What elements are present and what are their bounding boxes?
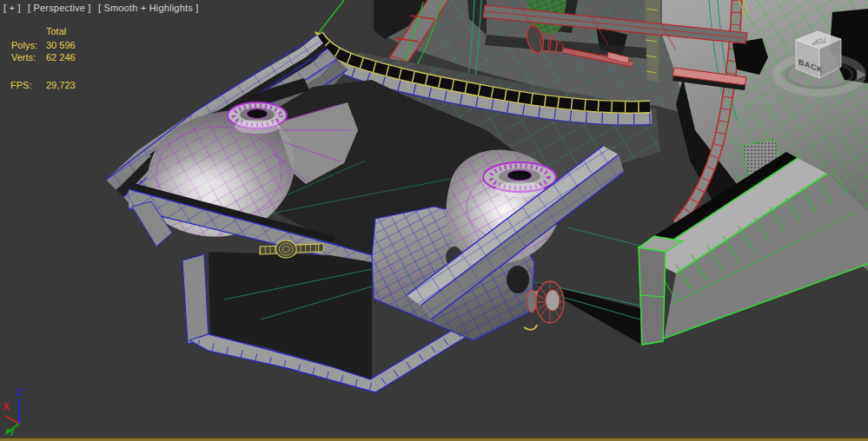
- rocker-sill[interactable]: [639, 152, 868, 345]
- axis-x-label: X: [3, 401, 10, 411]
- viewport-canvas[interactable]: Z X y BACK TOP: [0, 0, 868, 441]
- viewport-menu-pov[interactable]: [ Perspective ]: [28, 3, 91, 13]
- stats-verts-label: Verts:: [11, 52, 36, 63]
- viewport[interactable]: Z X y BACK TOP [ + ] [ Perspective ] [ S…: [0, 0, 868, 441]
- stats-polys-value: 30 596: [46, 40, 76, 50]
- stats-fps-label: FPS:: [10, 80, 31, 90]
- front-post[interactable]: [182, 254, 209, 344]
- viewport-bottom-border: [0, 438, 868, 441]
- viewport-label: [ + ] [ Perspective ] [ Smooth + Highlig…: [3, 3, 202, 13]
- viewport-menu-general[interactable]: [ + ]: [3, 3, 21, 13]
- strut-cap-left: [228, 102, 287, 134]
- stats-fps-value: 29,723: [46, 80, 76, 90]
- axis-y-label: y: [10, 426, 15, 436]
- stats-verts-value: 62 246: [46, 52, 76, 63]
- viewport-menu-shading[interactable]: [ Smooth + Highlights ]: [98, 3, 199, 13]
- stats-header: Total: [46, 26, 66, 36]
- axis-z-label: Z: [17, 387, 23, 398]
- car-model[interactable]: [106, 0, 868, 392]
- axis-gizmo: Z X y: [3, 387, 22, 436]
- stats-polys-label: Polys:: [11, 40, 37, 50]
